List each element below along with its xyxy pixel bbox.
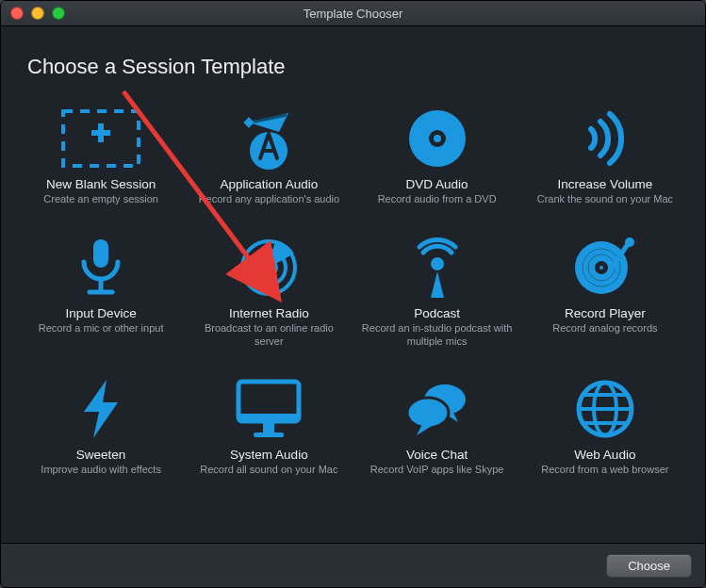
svg-point-20	[599, 266, 603, 270]
template-label: Increase Volume	[530, 177, 681, 191]
choose-button[interactable]: Choose	[606, 554, 692, 578]
template-voice-chat[interactable]: Voice Chat Record VoIP apps like Skype	[358, 367, 517, 486]
template-desc: Record VoIP apps like Skype	[362, 464, 513, 477]
microphone-icon	[25, 231, 176, 304]
titlebar: Template Chooser	[1, 1, 705, 26]
template-label: Web Audio	[530, 448, 681, 462]
template-sweeten[interactable]: Sweeten Improve audio with effects	[22, 367, 180, 486]
template-chooser-window: Template Chooser Choose a Session Templa…	[0, 0, 706, 588]
template-desc: Record from a web browser	[530, 464, 681, 477]
podcast-icon	[362, 231, 513, 304]
template-grid: New Blank Session Create an empty sessio…	[22, 96, 684, 486]
template-label: DVD Audio	[362, 177, 513, 191]
template-label: New Blank Session	[25, 177, 176, 191]
template-desc: Broadcast to an online radio server	[193, 322, 344, 349]
app-store-icon	[193, 102, 344, 175]
template-application-audio[interactable]: Application Audio Record any application…	[189, 96, 348, 216]
template-desc: Record all sound on your Mac	[193, 464, 344, 477]
sound-waves-icon	[530, 102, 681, 175]
radar-icon	[193, 231, 344, 304]
template-label: Podcast	[362, 306, 513, 320]
template-record-player[interactable]: Record Player Record analog records	[526, 225, 684, 358]
globe-icon	[530, 372, 681, 446]
template-increase-volume[interactable]: Increase Volume Crank the sound on your …	[526, 96, 684, 216]
content-area: Choose a Session Template New Blank Sess…	[1, 26, 705, 486]
svg-point-15	[431, 257, 444, 270]
template-label: Application Audio	[193, 177, 344, 191]
template-dvd-audio[interactable]: DVD Audio Record audio from a DVD	[358, 96, 517, 216]
footer-bar: Choose	[1, 543, 705, 587]
template-desc: Record audio from a DVD	[362, 193, 513, 206]
svg-rect-23	[238, 414, 299, 421]
template-web-audio[interactable]: Web Audio Record from a web browser	[526, 367, 684, 486]
speech-bubbles-icon	[362, 372, 513, 446]
template-new-blank-session[interactable]: New Blank Session Create an empty sessio…	[22, 96, 180, 216]
template-label: Sweeten	[25, 448, 176, 462]
svg-point-21	[625, 237, 634, 247]
plus-dashed-icon	[25, 102, 176, 175]
template-label: Input Device	[25, 306, 176, 320]
template-desc: Record any application's audio	[193, 193, 344, 206]
template-desc: Record an in-studio podcast with multipl…	[362, 322, 513, 349]
vinyl-icon	[530, 231, 681, 304]
lightning-icon	[25, 372, 176, 446]
template-desc: Create an empty session	[25, 193, 176, 206]
template-input-device[interactable]: Input Device Record a mic or other input	[22, 225, 180, 358]
template-desc: Record analog records	[530, 322, 681, 335]
template-internet-radio[interactable]: Internet Radio Broadcast to an online ra…	[189, 225, 348, 358]
template-label: System Audio	[193, 448, 344, 462]
template-label: Internet Radio	[193, 306, 344, 320]
svg-point-14	[266, 265, 271, 270]
template-desc: Improve audio with effects	[25, 464, 176, 477]
svg-rect-8	[93, 239, 108, 268]
template-podcast[interactable]: Podcast Record an in-studio podcast with…	[358, 225, 517, 358]
svg-point-7	[434, 135, 441, 142]
template-desc: Record a mic or other input	[25, 322, 176, 335]
svg-rect-24	[263, 423, 274, 433]
svg-rect-4	[244, 117, 254, 127]
svg-rect-25	[254, 433, 284, 437]
svg-point-27	[407, 398, 449, 428]
disc-icon	[362, 102, 513, 175]
template-system-audio[interactable]: System Audio Record all sound on your Ma…	[189, 367, 348, 486]
template-label: Voice Chat	[362, 448, 513, 462]
page-title: Choose a Session Template	[27, 55, 684, 79]
template-desc: Crank the sound on your Mac	[530, 193, 681, 206]
window-title: Template Chooser	[1, 7, 705, 21]
template-label: Record Player	[530, 306, 681, 320]
imac-icon	[193, 372, 344, 446]
